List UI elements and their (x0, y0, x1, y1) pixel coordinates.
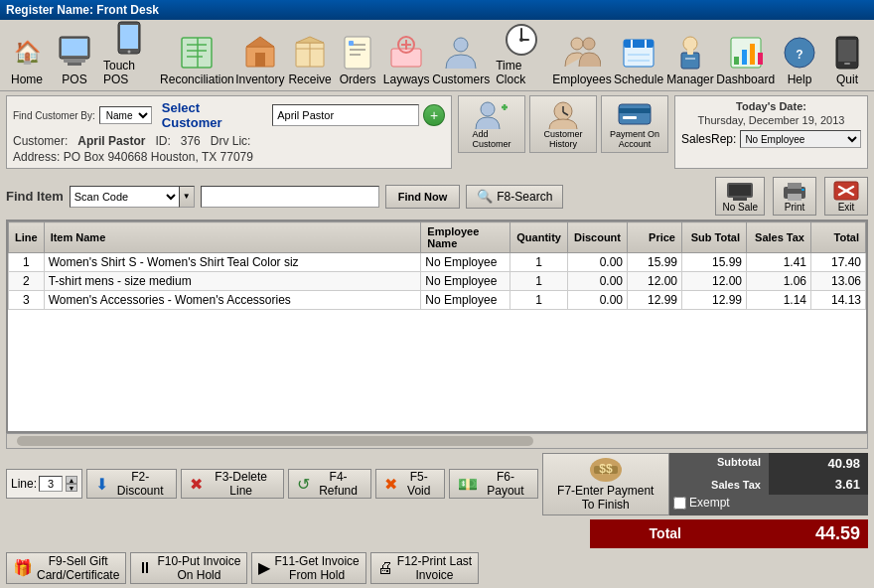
line-indicator: Line: ▲ ▼ (6, 469, 82, 499)
cell-qty: 1 (510, 272, 568, 291)
print-btn[interactable]: Print (773, 177, 816, 216)
add-customer-btn[interactable]: AddCustomer (458, 95, 525, 153)
date-value: Thursday, December 19, 2013 (681, 114, 861, 126)
toolbar-orders[interactable]: Orders (335, 31, 380, 88)
toolbar-manager[interactable]: Manager (666, 31, 715, 88)
pos-label: POS (62, 73, 86, 86)
col-total: Total (811, 222, 866, 253)
line-number-input[interactable] (39, 476, 63, 492)
toolbar-receive[interactable]: Receive (287, 31, 333, 88)
f11-get-invoice-btn[interactable]: ▶ F11-Get InvoiceFrom Hold (251, 552, 365, 584)
f10-put-invoice-btn[interactable]: ⏸ F10-Put InvoiceOn Hold (130, 552, 247, 584)
toolbar-customers[interactable]: Customers (432, 31, 490, 88)
f3-delete-btn[interactable]: ✖ F3-Delete Line (181, 469, 284, 499)
svg-rect-7 (182, 38, 212, 68)
line-up-btn[interactable]: ▲ (66, 476, 77, 484)
svg-point-33 (571, 38, 583, 50)
find-item-label: Find Item (6, 189, 64, 204)
svg-rect-68 (788, 183, 801, 189)
help-label: Help (788, 73, 812, 86)
cell-line: 2 (9, 272, 45, 291)
f3-delete-label: F3-Delete Line (207, 470, 275, 498)
toolbar-employees[interactable]: Employees (552, 31, 611, 88)
table-row[interactable]: 3 Women's Accessories - Women's Accessor… (9, 291, 866, 310)
id-label: ID: (155, 134, 170, 148)
svg-marker-13 (246, 37, 274, 47)
exit-label: Exit (838, 202, 855, 213)
manager-label: Manager (666, 73, 713, 86)
cell-subtotal: 12.99 (682, 291, 747, 310)
f4-refund-btn[interactable]: ↺ F4-Refund (288, 469, 371, 499)
toolbar-inventory[interactable]: Inventory (235, 31, 285, 88)
customer-search-input[interactable] (272, 104, 419, 126)
employees-icon (562, 33, 602, 73)
toolbar-pos[interactable]: POS (52, 31, 97, 88)
toolbar-time-clock[interactable]: Time Clock (492, 17, 550, 88)
svg-rect-63 (623, 116, 637, 119)
find-by-select[interactable]: Name (99, 106, 152, 124)
put-hold-icon: ⏸ (137, 559, 153, 577)
payment-on-account-btn[interactable]: Payment OnAccount (601, 95, 668, 153)
f4-refund-label: F4-Refund (314, 470, 363, 498)
f12-print-last-btn[interactable]: 🖨 F12-Print LastInvoice (370, 552, 479, 584)
customer-name: April Pastor (77, 134, 145, 148)
toolbar-schedule[interactable]: Schedule (614, 31, 664, 88)
get-hold-icon: ▶ (258, 558, 270, 577)
scan-code-select[interactable]: Scan Code (70, 186, 179, 208)
orders-label: Orders (340, 73, 376, 86)
svg-rect-42 (681, 53, 699, 69)
find-now-btn[interactable]: Find Now (385, 185, 461, 209)
line-down-btn[interactable]: ▼ (66, 484, 77, 492)
print-label: Print (785, 202, 805, 213)
toolbar-quit[interactable]: Quit (824, 31, 870, 88)
f5-void-btn[interactable]: ✖ F5-Void (375, 469, 445, 499)
table-row[interactable]: 1 Women's Shirt S - Women's Shirt Teal C… (9, 253, 866, 272)
address-value: PO Box 940668 Houston, TX 77079 (64, 150, 253, 164)
customer-history-btn-label: CustomerHistory (543, 129, 582, 149)
toolbar-reconciliation[interactable]: Reconciliation (161, 31, 232, 88)
toolbar-touch-pos[interactable]: Touch POS (99, 17, 159, 88)
cell-discount: 0.00 (567, 253, 627, 272)
f7-payment-btn[interactable]: $$ F7-Enter Payment To Finish (542, 453, 669, 515)
toolbar-home[interactable]: 🏠 Home (4, 31, 50, 88)
customers-label: Customers (432, 73, 490, 86)
f5-void-label: F5-Void (401, 470, 436, 498)
cell-price: 12.00 (628, 272, 682, 291)
customer-label: Customer: (13, 134, 68, 148)
svg-rect-46 (734, 57, 739, 65)
add-customer-circle-btn[interactable]: + (423, 104, 445, 126)
no-sale-btn[interactable]: No Sale (715, 177, 765, 216)
line-label: Line: (11, 477, 37, 491)
f2-discount-label: F2-Discount (112, 470, 168, 498)
exit-btn[interactable]: Exit (824, 177, 868, 216)
home-icon: 🏠 (7, 33, 47, 73)
cell-tax: 1.14 (747, 291, 811, 310)
home-label: Home (11, 73, 43, 86)
toolbar-layways[interactable]: Layways (382, 31, 430, 88)
salesrep-select[interactable]: No Employee (740, 130, 861, 148)
f6-payout-btn[interactable]: 💵 F6-Payout (449, 469, 537, 499)
scan-code-dropdown-arrow[interactable]: ▼ (179, 186, 195, 208)
svg-rect-14 (255, 53, 265, 67)
svg-point-34 (583, 38, 595, 50)
scan-input[interactable] (201, 186, 379, 208)
col-employee-name: Employee Name (421, 222, 510, 253)
f2-discount-btn[interactable]: ⬇ F2-Discount (86, 469, 177, 499)
no-sale-label: No Sale (722, 202, 758, 213)
svg-rect-23 (349, 41, 354, 46)
f9-sell-gift-btn[interactable]: 🎁 F9-Sell GiftCard/Certificate (6, 552, 126, 584)
receive-label: Receive (288, 73, 331, 86)
toolbar-dashboard[interactable]: Dashboard (716, 31, 775, 88)
total-value: 44.59 (689, 519, 868, 548)
customer-history-btn[interactable]: CustomerHistory (529, 95, 597, 153)
table-row[interactable]: 2 T-shirt mens - size medium No Employee… (9, 272, 866, 291)
payout-icon: 💵 (458, 475, 478, 494)
dashboard-label: Dashboard (716, 73, 775, 86)
salesrep-label: SalesRep: (681, 132, 736, 146)
touch-pos-label: Touch POS (103, 59, 155, 86)
toolbar-help[interactable]: ? Help (777, 31, 822, 88)
f8-search-btn[interactable]: 🔍 F8-Search (466, 185, 563, 209)
time-clock-label: Time Clock (496, 59, 546, 86)
exempt-checkbox[interactable] (673, 497, 686, 510)
svg-rect-66 (733, 198, 747, 201)
